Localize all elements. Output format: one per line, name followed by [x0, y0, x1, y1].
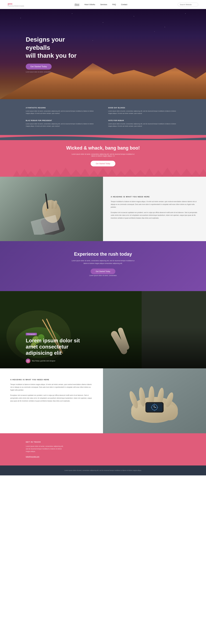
- footer-cta-section: GET IN TOUCH Lorem ipsum dolor sit amet,…: [0, 433, 206, 466]
- two-col-heading: A HEADING IS WHAT YOU NEED HERE: [111, 196, 198, 198]
- food-section: Photography Lorem ipsum dolor sit amet c…: [0, 291, 206, 368]
- two-col-para1: Tempor incididunt ut labore et dolore ma…: [111, 200, 198, 209]
- feature-body-1: Lorem ipsum dolor sit amet, consectetur …: [26, 110, 98, 114]
- feature-heading-2: GOOD DAY BLOKES: [108, 107, 180, 109]
- purple-cta-headline: Experience the rush today: [26, 252, 180, 257]
- svg-point-58: [158, 407, 158, 408]
- article-para1: Tempor incididunt ut labore et dolore ma…: [10, 383, 93, 392]
- pink-cta-button[interactable]: Get Started Today: [91, 161, 116, 166]
- svg-marker-10: [96, 168, 110, 177]
- hero-headline: Designs your eyeballs will thank you for: [26, 36, 90, 60]
- nav-links: About How It Works Services FAQ Contact: [74, 3, 127, 6]
- purple-cta-sub: Lorem ipsum dolor sit amet, consectetur: [71, 274, 135, 277]
- two-col-para2: Excepteur sint occaecat cupidatat non pr…: [111, 211, 198, 220]
- search-input[interactable]: [178, 3, 198, 6]
- feature-item-4: VOTE FOR ROBAR Lorem ipsum dolor sit ame…: [108, 120, 180, 127]
- feature-item-1: A FANTASTIC HEADING Lorem ipsum dolor si…: [26, 107, 98, 114]
- svg-marker-6: [59, 168, 72, 177]
- svg-marker-13: [124, 169, 136, 177]
- svg-marker-19: [180, 169, 193, 177]
- article-section: A HEADING IS WHAT YOU NEED HERE Tempor i…: [0, 368, 206, 433]
- wave-top-decoration: [0, 135, 206, 140]
- svg-marker-15: [144, 168, 154, 177]
- food-overlay: Photography Lorem ipsum dolor sit amet c…: [0, 328, 206, 368]
- nav-faq[interactable]: FAQ: [112, 4, 116, 6]
- nav-search: [178, 3, 198, 6]
- svg-marker-7: [70, 170, 82, 177]
- hand-pen-illustration: [26, 183, 77, 235]
- bottom-bar: Lorem ipsum dolor sit amet, consectetur …: [0, 466, 206, 476]
- purple-cta-section: Experience the rush today Lorem ipsum do…: [0, 241, 206, 291]
- nav-how-it-works[interactable]: How It Works: [84, 4, 95, 6]
- svg-point-57: [151, 407, 152, 408]
- feature-item-2: GOOD DAY BLOKES Lorem ipsum dolor sit am…: [108, 107, 180, 114]
- two-col-content: A HEADING IS WHAT YOU NEED HERE Tempor i…: [103, 177, 206, 241]
- features-section: A FANTASTIC HEADING Lorem ipsum dolor si…: [0, 99, 206, 135]
- footer-cta-heading: GET IN TOUCH: [26, 441, 180, 443]
- svg-marker-18: [171, 170, 182, 177]
- food-tag: Photography: [26, 333, 37, 336]
- nav-services[interactable]: Services: [100, 4, 107, 6]
- article-content: A HEADING IS WHAT YOU NEED HERE Tempor i…: [0, 368, 103, 433]
- footer-email-link[interactable]: hello@yoursite.com: [26, 456, 40, 458]
- article-heading: A HEADING IS WHAT YOU NEED HERE: [10, 379, 93, 380]
- hero-cta-button[interactable]: Get Started Today: [26, 64, 52, 70]
- logo: pex Photoshop Website template: [8, 2, 24, 7]
- feature-heading-4: VOTE FOR ROBAR: [108, 120, 180, 122]
- purple-cta-body: Lorem ipsum dolor sit amet, consectetur …: [71, 260, 135, 265]
- food-background: Photography Lorem ipsum dolor sit amet c…: [0, 291, 206, 368]
- article-image: [103, 368, 206, 433]
- food-author-row: B Blaz Robar, god-like web designer: [26, 358, 180, 363]
- two-col-image-inner: [0, 177, 103, 241]
- svg-rect-53: [154, 405, 154, 407]
- pink-cta-section: Wicked & whack, bang bang boo! Lorem ips…: [0, 135, 206, 177]
- svg-point-55: [154, 404, 155, 404]
- svg-rect-54: [154, 407, 156, 408]
- watch-hand-illustration: [103, 368, 206, 433]
- food-title: Lorem ipsum dolor sit amet consectetur a…: [26, 338, 90, 356]
- hero-section: Designs your eyeballs will thank you for…: [0, 9, 206, 99]
- features-grid: A FANTASTIC HEADING Lorem ipsum dolor si…: [26, 107, 180, 127]
- logo-text: pex: [8, 2, 24, 5]
- svg-marker-4: [42, 170, 53, 177]
- svg-marker-17: [161, 168, 174, 177]
- feature-heading-1: A FANTASTIC HEADING: [26, 107, 98, 109]
- footer-cta-body: Lorem ipsum dolor sit amet, consectetur …: [26, 445, 64, 453]
- pink-cta-body: Lorem ipsum dolor sit amet, consectetur …: [71, 153, 135, 157]
- feature-body-3: Lorem ipsum dolor sit amet, consectetur …: [26, 123, 98, 127]
- article-para2: Excepteur sint occaecat cupidatat non pr…: [10, 394, 93, 402]
- bottom-bar-text: Lorem ipsum dolor sit amet, consectetur …: [26, 469, 180, 472]
- trees-decoration: [0, 166, 206, 177]
- nav-about[interactable]: About: [74, 3, 79, 6]
- pink-cta-headline: Wicked & whack, bang bang boo!: [26, 145, 180, 151]
- feature-body-4: Lorem ipsum dolor sit amet, consectetur …: [108, 123, 180, 127]
- svg-point-56: [154, 410, 155, 411]
- svg-marker-8: [80, 169, 90, 177]
- logo-tagline: Photoshop Website template: [8, 5, 24, 7]
- navbar: pex Photoshop Website template About How…: [0, 0, 206, 9]
- svg-marker-0: [13, 170, 20, 177]
- feature-item-3: BLAZ ROBAR FOR PRESIDENT Lorem ipsum dol…: [26, 120, 98, 127]
- two-col-section: A HEADING IS WHAT YOU NEED HERE Tempor i…: [0, 177, 206, 241]
- food-avatar: B: [26, 358, 30, 363]
- food-author-name: Blaz Robar, god-like web designer: [32, 360, 55, 362]
- feature-heading-3: BLAZ ROBAR FOR PRESIDENT: [26, 120, 98, 122]
- hero-caption: Lorem ipsum dolor sit amet, consectetur: [26, 71, 51, 73]
- svg-marker-11: [107, 169, 117, 177]
- svg-marker-21: [198, 169, 206, 177]
- purple-cta-button[interactable]: Get Started Today: [91, 268, 116, 274]
- two-col-image: [0, 177, 103, 241]
- feature-body-2: Lorem ipsum dolor sit amet, consectetur …: [108, 110, 180, 114]
- nav-contact[interactable]: Contact: [121, 4, 127, 6]
